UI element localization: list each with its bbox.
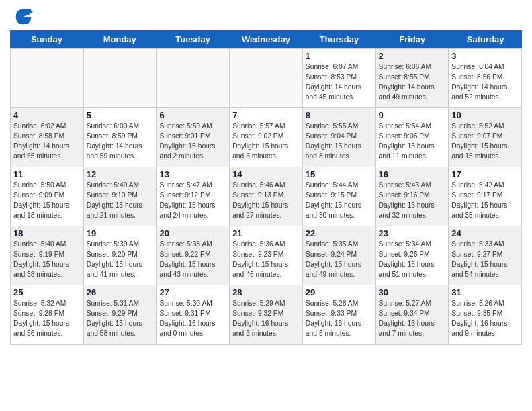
calendar-cell: 28 Sunrise: 5:29 AMSunset: 9:32 PMDaylig… — [230, 285, 303, 345]
calendar-cell: 12 Sunrise: 5:49 AMSunset: 9:10 PMDaylig… — [84, 167, 157, 226]
calendar-cell: 8 Sunrise: 5:55 AMSunset: 9:04 PMDayligh… — [303, 108, 376, 167]
cell-info: Sunrise: 5:47 AMSunset: 9:12 PMDaylight:… — [159, 181, 226, 221]
day-header-sunday: Sunday — [10, 30, 83, 48]
calendar-cell: 20 Sunrise: 5:38 AMSunset: 9:22 PMDaylig… — [157, 226, 230, 285]
calendar-cell: 11 Sunrise: 5:50 AMSunset: 9:09 PMDaylig… — [11, 167, 84, 226]
calendar-cell: 5 Sunrise: 6:00 AMSunset: 8:59 PMDayligh… — [84, 108, 157, 167]
cell-info: Sunrise: 5:44 AMSunset: 9:15 PMDaylight:… — [306, 181, 373, 221]
day-number: 30 — [379, 287, 446, 298]
calendar-cell: 25 Sunrise: 5:32 AMSunset: 9:28 PMDaylig… — [11, 285, 84, 345]
calendar: SundayMondayTuesdayWednesdayThursdayFrid… — [10, 30, 522, 345]
day-number: 11 — [13, 169, 81, 179]
day-number: 20 — [159, 228, 226, 238]
day-number: 23 — [379, 228, 446, 238]
day-header-friday: Friday — [375, 30, 449, 48]
cell-info: Sunrise: 5:31 AMSunset: 9:29 PMDaylight:… — [87, 299, 154, 339]
cell-info: Sunrise: 5:40 AMSunset: 9:19 PMDaylight:… — [13, 240, 81, 280]
calendar-cell: 14 Sunrise: 5:46 AMSunset: 9:13 PMDaylig… — [230, 167, 303, 226]
cell-info: Sunrise: 5:30 AMSunset: 9:31 PMDaylight:… — [159, 299, 226, 339]
calendar-cell: 13 Sunrise: 5:47 AMSunset: 9:12 PMDaylig… — [157, 167, 230, 226]
day-number: 29 — [306, 287, 373, 298]
calendar-grid: 1 Sunrise: 6:07 AMSunset: 8:53 PMDayligh… — [10, 48, 522, 345]
day-number: 13 — [159, 169, 226, 179]
calendar-cell: 17 Sunrise: 5:42 AMSunset: 9:17 PMDaylig… — [449, 167, 522, 226]
calendar-cell: 27 Sunrise: 5:30 AMSunset: 9:31 PMDaylig… — [157, 285, 230, 345]
day-number: 12 — [87, 169, 154, 179]
cell-info: Sunrise: 5:50 AMSunset: 9:09 PMDaylight:… — [13, 181, 81, 221]
cell-info: Sunrise: 5:46 AMSunset: 9:13 PMDaylight:… — [232, 181, 300, 221]
cell-info: Sunrise: 5:57 AMSunset: 9:02 PMDaylight:… — [232, 122, 300, 162]
cell-info: Sunrise: 5:49 AMSunset: 9:10 PMDaylight:… — [87, 181, 154, 221]
cell-info: Sunrise: 5:39 AMSunset: 9:20 PMDaylight:… — [87, 240, 154, 280]
day-number: 2 — [379, 51, 446, 61]
calendar-cell: 24 Sunrise: 5:33 AMSunset: 9:27 PMDaylig… — [449, 226, 522, 285]
calendar-cell — [84, 49, 157, 108]
day-number: 5 — [87, 110, 154, 120]
logo-icon — [13, 7, 34, 27]
day-number: 16 — [379, 169, 446, 179]
cell-info: Sunrise: 5:42 AMSunset: 9:17 PMDaylight:… — [451, 181, 519, 221]
day-number: 4 — [13, 110, 81, 120]
cell-info: Sunrise: 5:43 AMSunset: 9:16 PMDaylight:… — [379, 181, 446, 221]
calendar-cell: 15 Sunrise: 5:44 AMSunset: 9:15 PMDaylig… — [303, 167, 376, 226]
calendar-cell: 16 Sunrise: 5:43 AMSunset: 9:16 PMDaylig… — [376, 167, 449, 226]
day-number: 19 — [87, 228, 154, 238]
calendar-cell: 29 Sunrise: 5:28 AMSunset: 9:33 PMDaylig… — [303, 285, 376, 345]
calendar-cell: 3 Sunrise: 6:04 AMSunset: 8:56 PMDayligh… — [449, 49, 522, 108]
calendar-cell: 22 Sunrise: 5:35 AMSunset: 9:24 PMDaylig… — [303, 226, 376, 285]
cell-info: Sunrise: 6:02 AMSunset: 8:58 PMDaylight:… — [13, 122, 81, 162]
cell-info: Sunrise: 5:26 AMSunset: 9:35 PMDaylight:… — [451, 299, 519, 339]
day-number: 8 — [306, 110, 373, 120]
day-number: 25 — [13, 287, 81, 298]
cell-info: Sunrise: 5:38 AMSunset: 9:22 PMDaylight:… — [159, 240, 226, 280]
day-number: 3 — [451, 51, 519, 61]
cell-info: Sunrise: 5:32 AMSunset: 9:28 PMDaylight:… — [13, 299, 81, 339]
calendar-cell: 7 Sunrise: 5:57 AMSunset: 9:02 PMDayligh… — [230, 108, 303, 167]
day-number: 6 — [159, 110, 226, 120]
cell-info: Sunrise: 6:06 AMSunset: 8:55 PMDaylight:… — [379, 62, 446, 103]
day-number: 28 — [232, 287, 300, 298]
day-header-wednesday: Wednesday — [230, 30, 303, 48]
calendar-cell: 18 Sunrise: 5:40 AMSunset: 9:19 PMDaylig… — [11, 226, 84, 285]
calendar-cell: 19 Sunrise: 5:39 AMSunset: 9:20 PMDaylig… — [84, 226, 157, 285]
day-number: 31 — [451, 287, 519, 298]
day-number: 17 — [451, 169, 519, 179]
cell-info: Sunrise: 5:29 AMSunset: 9:32 PMDaylight:… — [232, 299, 300, 339]
calendar-cell — [230, 49, 303, 108]
day-number: 21 — [232, 228, 300, 238]
calendar-cell: 23 Sunrise: 5:34 AMSunset: 9:26 PMDaylig… — [376, 226, 449, 285]
calendar-cell: 2 Sunrise: 6:06 AMSunset: 8:55 PMDayligh… — [376, 49, 449, 108]
calendar-cell: 1 Sunrise: 6:07 AMSunset: 8:53 PMDayligh… — [303, 49, 376, 108]
day-header-saturday: Saturday — [449, 30, 522, 48]
day-number: 9 — [379, 110, 446, 120]
calendar-cell — [11, 49, 84, 108]
day-number: 26 — [87, 287, 154, 298]
cell-info: Sunrise: 6:00 AMSunset: 8:59 PMDaylight:… — [87, 122, 154, 162]
calendar-cell: 21 Sunrise: 5:36 AMSunset: 9:23 PMDaylig… — [230, 226, 303, 285]
logo — [13, 7, 35, 27]
day-number: 27 — [159, 287, 226, 298]
cell-info: Sunrise: 5:28 AMSunset: 9:33 PMDaylight:… — [306, 299, 373, 339]
cell-info: Sunrise: 5:36 AMSunset: 9:23 PMDaylight:… — [232, 240, 300, 280]
day-number: 22 — [306, 228, 373, 238]
day-header-monday: Monday — [83, 30, 157, 48]
cell-info: Sunrise: 5:34 AMSunset: 9:26 PMDaylight:… — [379, 240, 446, 280]
calendar-cell: 26 Sunrise: 5:31 AMSunset: 9:29 PMDaylig… — [84, 285, 157, 345]
cell-info: Sunrise: 6:04 AMSunset: 8:56 PMDaylight:… — [451, 62, 519, 103]
cell-info: Sunrise: 5:52 AMSunset: 9:07 PMDaylight:… — [451, 122, 519, 162]
cell-info: Sunrise: 5:55 AMSunset: 9:04 PMDaylight:… — [306, 122, 373, 162]
cell-info: Sunrise: 5:33 AMSunset: 9:27 PMDaylight:… — [451, 240, 519, 280]
calendar-header: SundayMondayTuesdayWednesdayThursdayFrid… — [10, 30, 522, 48]
cell-info: Sunrise: 5:27 AMSunset: 9:34 PMDaylight:… — [379, 299, 446, 339]
day-header-thursday: Thursday — [302, 30, 375, 48]
day-number: 24 — [451, 228, 519, 238]
cell-info: Sunrise: 5:54 AMSunset: 9:06 PMDaylight:… — [379, 122, 446, 162]
day-number: 10 — [451, 110, 519, 120]
calendar-cell: 4 Sunrise: 6:02 AMSunset: 8:58 PMDayligh… — [11, 108, 84, 167]
header — [0, 0, 532, 30]
day-number: 1 — [306, 51, 373, 61]
day-number: 15 — [306, 169, 373, 179]
calendar-cell: 31 Sunrise: 5:26 AMSunset: 9:35 PMDaylig… — [449, 285, 522, 345]
day-number: 18 — [13, 228, 81, 238]
calendar-cell: 30 Sunrise: 5:27 AMSunset: 9:34 PMDaylig… — [376, 285, 449, 345]
